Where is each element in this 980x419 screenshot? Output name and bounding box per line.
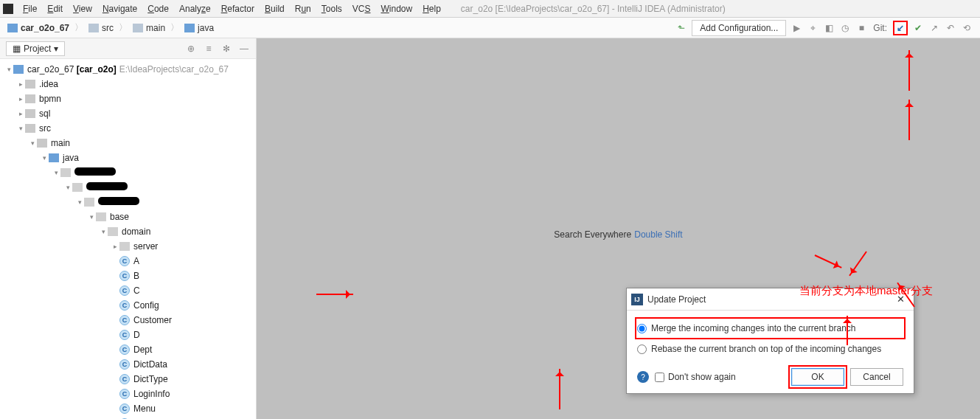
folder-icon xyxy=(49,153,59,162)
project-tree[interactable]: car_o2o_67 [car_o2o]E:\IdeaProjects\car_… xyxy=(0,59,256,419)
menu-refactor[interactable]: Refactor xyxy=(216,2,260,15)
tree-arrow-icon[interactable] xyxy=(87,213,96,221)
revert-icon[interactable]: ⟲ xyxy=(961,22,973,34)
tree-node[interactable]: D xyxy=(0,328,256,342)
tree-node[interactable] xyxy=(0,195,256,210)
coverage-icon[interactable]: ◧ xyxy=(823,22,835,34)
breadcrumb-item[interactable]: main xyxy=(130,23,168,33)
rebase-radio[interactable] xyxy=(637,344,647,354)
main-toolbar: car_o2o_67 〉 src 〉 main 〉 java ⬑ Add Con… xyxy=(0,18,980,38)
tree-node[interactable]: main xyxy=(0,136,256,150)
tree-node[interactable]: Dept xyxy=(0,342,256,357)
breadcrumb-item[interactable]: car_o2o_67 xyxy=(4,23,72,33)
rebase-option[interactable]: Rebase the current branch on top of the … xyxy=(637,340,903,358)
class-icon xyxy=(119,359,130,370)
cancel-button[interactable]: Cancel xyxy=(850,368,903,386)
help-icon[interactable]: ? xyxy=(637,371,649,383)
dont-show-again-checkbox[interactable]: Don't show again xyxy=(655,372,736,382)
debug-icon[interactable]: ⌖ xyxy=(807,22,819,34)
tree-arrow-icon[interactable] xyxy=(99,228,108,235)
tree-arrow-icon[interactable] xyxy=(63,184,72,191)
stop-icon[interactable]: ■ xyxy=(855,22,867,34)
tree-node[interactable]: C xyxy=(0,283,256,298)
hammer-icon[interactable]: ⬑ xyxy=(675,22,687,34)
dont-show-checkbox-input[interactable] xyxy=(655,373,664,382)
tree-node[interactable]: Config xyxy=(0,298,256,313)
tree-node[interactable]: src xyxy=(0,121,256,136)
intellij-icon xyxy=(631,294,643,305)
profile-icon[interactable]: ◷ xyxy=(839,22,851,34)
tree-node[interactable]: bpmn xyxy=(0,91,256,106)
menu-view[interactable]: View xyxy=(68,2,97,15)
tree-node[interactable]: B xyxy=(0,269,256,283)
tree-node[interactable]: Menu xyxy=(0,401,256,416)
tree-node[interactable]: Customer xyxy=(0,313,256,328)
tree-node[interactable]: base xyxy=(0,210,256,224)
tree-arrow-icon[interactable] xyxy=(75,198,84,206)
class-icon xyxy=(119,374,130,384)
project-view-selector[interactable]: ▦ Project ▾ xyxy=(6,41,65,56)
git-push-icon[interactable]: ↗ xyxy=(928,22,940,34)
select-opened-file-icon[interactable]: ⊕ xyxy=(185,43,197,55)
history-icon[interactable]: ↶ xyxy=(945,22,956,34)
ok-button[interactable]: OK xyxy=(791,368,844,386)
tree-arrow-icon[interactable] xyxy=(16,80,25,88)
tree-node[interactable]: sql xyxy=(0,106,256,121)
git-update-button[interactable]: ↙ xyxy=(893,21,908,35)
tree-arrow-icon[interactable] xyxy=(40,154,49,162)
tree-node-label: A xyxy=(133,256,139,266)
tree-arrow-icon[interactable] xyxy=(28,139,37,147)
folder-icon xyxy=(37,139,47,148)
expand-all-icon[interactable]: ≡ xyxy=(203,43,215,55)
tree-arrow-icon[interactable] xyxy=(4,66,13,73)
menu-vcs[interactable]: VCS xyxy=(347,2,376,15)
hide-icon[interactable]: — xyxy=(238,43,250,55)
tree-node-path: E:\IdeaProjects\car_o2o_67 xyxy=(119,64,229,75)
intellij-logo-icon xyxy=(3,4,13,14)
breadcrumb-item[interactable]: src xyxy=(86,23,117,33)
tree-node[interactable]: DictData xyxy=(0,357,256,372)
menu-window[interactable]: Window xyxy=(375,2,417,15)
project-icon: ▦ xyxy=(13,44,21,54)
tree-arrow-icon[interactable] xyxy=(52,169,60,176)
run-icon[interactable]: ▶ xyxy=(790,22,802,34)
breadcrumb-item[interactable]: java xyxy=(181,23,217,33)
tree-node[interactable]: .idea xyxy=(0,77,256,91)
tree-node-label: DictData xyxy=(133,359,167,370)
git-commit-icon[interactable]: ✔ xyxy=(912,22,924,34)
menu-code[interactable]: Code xyxy=(142,2,174,15)
menu-run[interactable]: Run xyxy=(290,2,316,15)
tree-arrow-icon[interactable] xyxy=(111,243,119,250)
gear-icon[interactable]: ✻ xyxy=(220,43,232,55)
tree-arrow-icon[interactable] xyxy=(16,125,25,132)
tree-node-label: Dept xyxy=(133,344,152,355)
menu-navigate[interactable]: Navigate xyxy=(97,2,142,15)
tree-node[interactable]: Notice xyxy=(0,416,256,419)
main-area: ▦ Project ▾ ⊕ ≡ ✻ — car_o2o_67 [car_o2o]… xyxy=(0,38,980,419)
tree-arrow-icon[interactable] xyxy=(16,95,25,103)
class-icon xyxy=(119,300,130,311)
tree-node[interactable]: LoginInfo xyxy=(0,387,256,401)
menu-help[interactable]: Help xyxy=(417,2,446,15)
merge-radio[interactable] xyxy=(637,324,647,333)
run-configuration-dropdown[interactable]: Add Configuration... xyxy=(692,20,786,36)
tree-node[interactable]: domain xyxy=(0,224,256,239)
menu-edit[interactable]: Edit xyxy=(42,2,68,15)
tree-node[interactable]: server xyxy=(0,239,256,254)
tree-node-label xyxy=(98,197,139,207)
tree-node[interactable] xyxy=(0,165,256,180)
merge-option-label: Merge the incoming changes into the curr… xyxy=(651,323,856,333)
merge-option[interactable]: Merge the incoming changes into the curr… xyxy=(637,319,903,337)
menu-file[interactable]: File xyxy=(18,2,42,15)
folder-icon xyxy=(25,94,35,103)
menu-tools[interactable]: Tools xyxy=(316,2,347,15)
tree-node[interactable] xyxy=(0,180,256,195)
menu-build[interactable]: Build xyxy=(260,2,290,15)
tree-node[interactable]: java xyxy=(0,150,256,165)
tree-node[interactable]: car_o2o_67 [car_o2o]E:\IdeaProjects\car_… xyxy=(0,62,256,77)
tree-node[interactable]: A xyxy=(0,254,256,269)
tree-node[interactable]: DictType xyxy=(0,372,256,387)
menu-analyze[interactable]: Analyze xyxy=(174,2,216,15)
tree-arrow-icon[interactable] xyxy=(16,110,25,117)
class-icon xyxy=(119,285,130,296)
